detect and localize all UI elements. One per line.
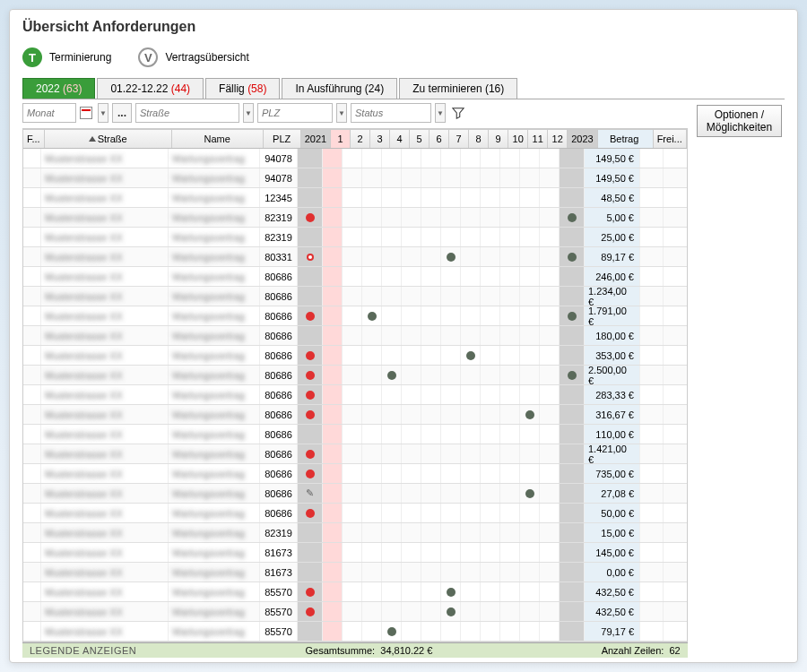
cell-name: Wartungsvertrag — [169, 563, 260, 582]
cell-month — [402, 602, 421, 621]
tab-01221222[interactable]: 01.22-12.22 (44) — [97, 78, 204, 99]
col-2023[interactable]: 2023 — [568, 130, 597, 148]
table-row[interactable]: Musterstrasse XXWartungsvertrag8068650,0… — [23, 504, 687, 523]
cell-month — [402, 247, 421, 266]
cell-month — [461, 464, 481, 483]
col-plz[interactable]: PLZ — [264, 130, 301, 148]
table-row[interactable]: Musterstrasse XXWartungsvertrag806861.23… — [23, 287, 687, 306]
cell-2023 — [560, 543, 585, 562]
table-row[interactable]: Musterstrasse XXWartungsvertrag823195,00… — [23, 208, 687, 228]
col-frei[interactable]: Frei... — [654, 130, 687, 148]
col-name[interactable]: Name — [172, 130, 264, 148]
table-row[interactable]: Musterstrasse XXWartungsvertrag806861.79… — [23, 306, 687, 326]
table-row[interactable]: Musterstrasse XXWartungsvertrag80686180,… — [23, 326, 687, 346]
col-m10[interactable]: 10 — [508, 130, 528, 148]
table-row[interactable]: Musterstrasse XXWartungsvertrag8231925,0… — [23, 228, 687, 247]
filter-monat[interactable] — [22, 103, 76, 123]
cell-month — [441, 523, 461, 542]
cell-month — [540, 464, 560, 483]
plz-dropdown-icon[interactable]: ▼ — [336, 103, 347, 123]
cell-amount: 5,00 € — [585, 208, 640, 227]
strasse-dropdown-icon[interactable]: ▼ — [243, 103, 254, 123]
table-row[interactable]: Musterstrasse XXWartungsvertrag94078149,… — [23, 168, 687, 188]
legende-toggle[interactable]: LEGENDE ANZEIGEN — [30, 645, 136, 656]
col-f[interactable]: F... — [23, 130, 45, 148]
col-m8[interactable]: 8 — [469, 130, 489, 148]
table-row[interactable]: Musterstrasse XXWartungsvertrag80686110,… — [23, 425, 687, 444]
tab-fllig[interactable]: Fällig (58) — [205, 78, 280, 99]
table-row[interactable]: Musterstrasse XXWartungsvertrag816730,00… — [23, 563, 687, 582]
tab-zuterminieren[interactable]: Zu terminieren (16) — [399, 78, 517, 99]
col-m3[interactable]: 3 — [370, 130, 390, 148]
cell-month — [540, 287, 560, 306]
cell-month — [402, 168, 421, 187]
cell-frei — [640, 543, 664, 562]
table-row[interactable]: Musterstrasse XXWartungsvertrag80686246,… — [23, 267, 687, 287]
table-row[interactable]: Musterstrasse XXWartungsvertrag80686✎27,… — [23, 484, 687, 504]
cell-month — [520, 366, 540, 384]
cell-amount: 149,50 € — [585, 149, 640, 168]
col-m1[interactable]: 1 — [331, 130, 351, 148]
col-m2[interactable]: 2 — [351, 130, 370, 148]
col-m5[interactable]: 5 — [410, 130, 430, 148]
cell-name: Wartungsvertrag — [169, 326, 260, 345]
cell-street: Musterstrasse XX — [41, 622, 169, 641]
cell-f — [23, 425, 41, 444]
table-row[interactable]: Musterstrasse XXWartungsvertrag8033189,1… — [23, 247, 687, 267]
col-street[interactable]: Straße — [45, 130, 172, 148]
cell-frei — [640, 188, 664, 207]
cell-month — [421, 464, 441, 483]
col-m11[interactable]: 11 — [528, 130, 548, 148]
table-row[interactable]: Musterstrasse XXWartungsvertrag80686316,… — [23, 405, 687, 425]
monat-dropdown-icon[interactable]: ▼ — [98, 103, 108, 123]
table-row[interactable]: Musterstrasse XXWartungsvertrag1234548,5… — [23, 188, 687, 208]
calendar-icon[interactable] — [80, 107, 92, 119]
tab-inausfhrung[interactable]: In Ausführung (24) — [282, 78, 397, 99]
cell-month — [362, 602, 382, 621]
table-row[interactable]: Musterstrasse XXWartungsvertrag85570432,… — [23, 602, 687, 622]
grid-body[interactable]: Musterstrasse XXWartungsvertrag94078149,… — [23, 149, 687, 642]
table-row[interactable]: Musterstrasse XXWartungsvertrag94078149,… — [23, 149, 687, 168]
filter-clear-button[interactable]: ... — [112, 103, 132, 123]
table-row[interactable]: Musterstrasse XXWartungsvertrag80686353,… — [23, 346, 687, 366]
cell-month — [382, 622, 402, 641]
cell-month — [481, 563, 500, 582]
cell-month — [343, 484, 362, 503]
page-title: Übersicht Anforderungen — [22, 19, 785, 35]
status-dot-grey — [387, 371, 396, 380]
table-row[interactable]: Musterstrasse XXWartungsvertrag80686735,… — [23, 464, 687, 484]
cell-street: Musterstrasse XX — [41, 287, 169, 306]
cell-street: Musterstrasse XX — [41, 208, 169, 227]
col-m12[interactable]: 12 — [548, 130, 568, 148]
cell-month — [402, 523, 421, 542]
col-m6[interactable]: 6 — [430, 130, 449, 148]
table-row[interactable]: Musterstrasse XXWartungsvertrag806862.50… — [23, 366, 687, 385]
filter-plz[interactable] — [257, 103, 333, 123]
options-button[interactable]: Optionen / Möglichkeiten — [697, 105, 782, 137]
col-m7[interactable]: 7 — [449, 130, 469, 148]
table-row[interactable]: Musterstrasse XXWartungsvertrag8557079,1… — [23, 622, 687, 642]
col-m4[interactable]: 4 — [390, 130, 410, 148]
cell-plz: 85570 — [260, 602, 298, 621]
table-row[interactable]: Musterstrasse XXWartungsvertrag80686283,… — [23, 385, 687, 405]
cell-month — [421, 346, 441, 365]
filter-strasse[interactable] — [135, 103, 239, 123]
cell-month — [520, 405, 540, 424]
col-m9[interactable]: 9 — [489, 130, 508, 148]
tab-2022[interactable]: 2022 (63) — [22, 78, 95, 99]
filter-status[interactable] — [351, 103, 431, 123]
cell-month — [343, 602, 362, 621]
status-dropdown-icon[interactable]: ▼ — [435, 103, 446, 123]
status-dot-red — [306, 312, 315, 321]
table-row[interactable]: Musterstrasse XXWartungsvertrag8231915,0… — [23, 523, 687, 543]
funnel-icon[interactable] — [449, 103, 467, 123]
table-row[interactable]: Musterstrasse XXWartungsvertrag806861.42… — [23, 444, 687, 464]
col-2021[interactable]: 2021 — [301, 130, 331, 148]
cell-month — [441, 543, 461, 562]
col-betrag[interactable]: Betrag — [598, 130, 654, 148]
table-row[interactable]: Musterstrasse XXWartungsvertrag85570432,… — [23, 582, 687, 602]
cell-name: Wartungsvertrag — [169, 405, 260, 424]
cell-month — [500, 444, 520, 463]
cell-name: Wartungsvertrag — [169, 444, 260, 463]
table-row[interactable]: Musterstrasse XXWartungsvertrag81673145,… — [23, 543, 687, 563]
